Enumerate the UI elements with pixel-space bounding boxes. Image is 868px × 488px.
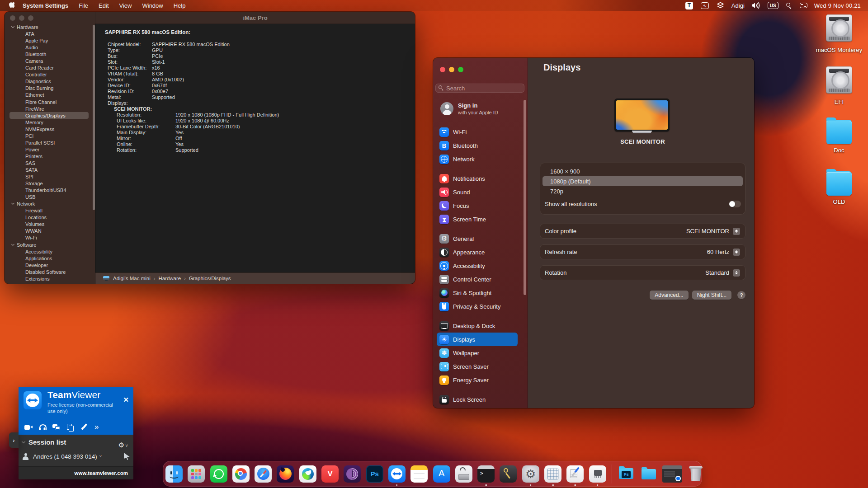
sidebar-group-software[interactable]: Software	[5, 241, 93, 248]
dock-teamviewer-icon[interactable]	[388, 465, 406, 483]
sidebar-item-sound[interactable]: Sound	[437, 185, 524, 199]
desktop-icon-macos-monterey[interactable]: macOS Monterey	[814, 14, 864, 53]
dock-chrome-icon[interactable]	[232, 465, 250, 483]
dock-edge-icon[interactable]	[299, 465, 316, 483]
sidebar-item-appearance[interactable]: Appearance	[437, 245, 524, 259]
sidebar-item-notifications[interactable]: Notifications	[437, 172, 524, 185]
sidebar-item-audio[interactable]: Audio	[5, 44, 93, 51]
zoom-button[interactable]	[28, 15, 33, 21]
sidebar-item-screen-saver[interactable]: Screen Saver	[437, 360, 524, 373]
teamviewer-url[interactable]: www.teamviewer.com	[75, 470, 128, 476]
sidebar-item-sata[interactable]: SATA	[5, 166, 93, 173]
session-chevron-icon[interactable]: ˅	[99, 454, 102, 459]
sidebar-item-apple-pay[interactable]: Apple Pay	[5, 38, 93, 44]
dock-vivaldi-icon[interactable]: V	[321, 465, 339, 483]
help-button[interactable]: ?	[737, 291, 745, 299]
dock-opencore-icon[interactable]	[566, 465, 584, 483]
dock-hackintool-icon[interactable]	[544, 465, 561, 483]
dock-safari-icon[interactable]	[255, 465, 272, 483]
sidebar-item-firewire[interactable]: FireWire	[5, 105, 93, 112]
dock-clover-icon[interactable]	[589, 465, 606, 483]
stepper-control[interactable]	[733, 269, 740, 277]
layers-status-icon[interactable]	[717, 2, 724, 9]
sidebar-item-locations[interactable]: Locations	[5, 214, 93, 221]
stepper-control[interactable]	[733, 228, 740, 235]
sidebar-item-accessibility[interactable]: Accessibility	[5, 248, 93, 255]
sidebar-item-desktop-dock[interactable]: Desktop & Dock	[437, 319, 524, 333]
dock-terminal-icon[interactable]: >_	[477, 465, 495, 483]
sidebar-item-bluetooth[interactable]: BBluetooth	[437, 139, 524, 152]
zoom-button[interactable]	[458, 67, 463, 72]
minimize-button[interactable]	[449, 67, 454, 72]
sidebar-item-diagnostics[interactable]: Diagnostics	[5, 78, 93, 85]
dock-diskutility-icon[interactable]	[455, 465, 472, 483]
dock-launchpad-icon[interactable]	[188, 465, 205, 483]
advanced-button[interactable]: Advanced...	[650, 291, 688, 300]
sidebar-item-energy-saver[interactable]: Energy Saver	[437, 373, 524, 387]
sidebar-item-developer[interactable]: Developer	[5, 262, 93, 268]
dock-appstore-icon[interactable]: A	[433, 465, 450, 483]
stepper-control[interactable]	[733, 249, 740, 256]
desktop-icon-old[interactable]: OLD	[814, 169, 864, 205]
sidebar-item-wwan[interactable]: WWAN	[5, 228, 93, 235]
menu-help[interactable]: Help	[174, 2, 186, 9]
night-shift-button[interactable]: Night Shift...	[692, 291, 731, 300]
sidebar-item-disc-burning[interactable]: Disc Burning	[5, 85, 93, 92]
video-camera-icon[interactable]	[24, 424, 33, 431]
menu-username[interactable]: Adigi	[731, 2, 745, 9]
menu-view[interactable]: View	[119, 2, 132, 9]
sign-in-row[interactable]: Sign in with your Apple ID	[440, 102, 498, 115]
sidebar-item-card-reader[interactable]: Card Reader	[5, 65, 93, 71]
more-icon[interactable]: »	[94, 424, 99, 431]
sidebar-item-graphics-displays[interactable]: Graphics/Displays	[9, 112, 89, 119]
close-button[interactable]	[440, 67, 445, 72]
chevron-down-icon[interactable]	[22, 440, 25, 443]
sidebar-group-network[interactable]: Network	[5, 201, 93, 207]
sidebar-item-nvmexpress[interactable]: NVMExpress	[5, 126, 93, 132]
sidebar-item-wi-fi[interactable]: Wi-Fi	[5, 235, 93, 241]
control-center-icon[interactable]	[800, 3, 807, 8]
sidebar-item-accessibility[interactable]: Accessibility	[437, 259, 524, 272]
sidebar-item-camera[interactable]: Camera	[5, 58, 93, 65]
sidebar-item-fibre-channel[interactable]: Fibre Channel	[5, 99, 93, 105]
menu-window[interactable]: Window	[142, 2, 163, 9]
desktop-icon-doc[interactable]: Doc	[814, 117, 864, 154]
menu-edit[interactable]: Edit	[99, 2, 108, 9]
sidebar-item-general[interactable]: ⚙General	[437, 232, 524, 245]
search-input[interactable]: Search	[435, 84, 524, 93]
sidebar-item-wi-fi[interactable]: Wi-Fi	[437, 125, 524, 139]
sidebar-item-focus[interactable]: Focus	[437, 199, 524, 212]
resolution-option[interactable]: 720p	[542, 186, 743, 196]
sidebar-item-pci[interactable]: PCI	[5, 132, 93, 139]
teamviewer-status-icon[interactable]: T	[685, 2, 693, 9]
sidebar-item-control-center[interactable]: Control Center	[437, 272, 524, 286]
sidebar-item-sas[interactable]: SAS	[5, 160, 93, 166]
input-source-badge[interactable]: US	[768, 2, 778, 9]
volume-icon[interactable]	[752, 2, 760, 9]
sidebar-item-wallpaper[interactable]: ✽Wallpaper	[437, 346, 524, 360]
sidebar-item-displays[interactable]: ☀Displays	[437, 333, 518, 346]
breadcrumb-graphics-displays[interactable]: Graphics/Displays	[189, 276, 231, 281]
apple-menu-icon[interactable]	[9, 2, 14, 9]
sidebar-item-network[interactable]: Network	[437, 152, 524, 166]
dock-notes-icon[interactable]	[410, 465, 428, 483]
dock-tor-icon[interactable]	[344, 465, 361, 483]
sidebar-item-bluetooth[interactable]: Bluetooth	[5, 51, 93, 58]
session-list-title[interactable]: Session list	[28, 438, 66, 446]
sidebar-item-storage[interactable]: Storage	[5, 180, 93, 187]
sidebar-item-printers[interactable]: Printers	[5, 153, 93, 160]
sidebar-item-ata[interactable]: ATA	[5, 31, 93, 38]
sidebar-item-spi[interactable]: SPI	[5, 174, 93, 180]
dock-folder-min-icon[interactable]	[640, 465, 657, 483]
stats-status-icon[interactable]: ∿	[701, 2, 709, 9]
sidebar-item-firewall[interactable]: Firewall	[5, 207, 93, 214]
resolution-option[interactable]: 1600 × 900	[542, 166, 743, 176]
copy-icon[interactable]	[66, 424, 75, 431]
settings-sidebar-scrollbar[interactable]	[524, 100, 526, 295]
sidebar-item-extensions[interactable]: Extensions	[5, 275, 93, 282]
menu-app-name[interactable]: System Settings	[23, 2, 68, 9]
sidebar-item-applications[interactable]: Applications	[5, 255, 93, 262]
dock-tvwindow-icon[interactable]	[662, 465, 682, 483]
show-all-resolutions-toggle[interactable]	[729, 201, 741, 207]
dock-whatsapp-icon[interactable]	[210, 465, 227, 483]
